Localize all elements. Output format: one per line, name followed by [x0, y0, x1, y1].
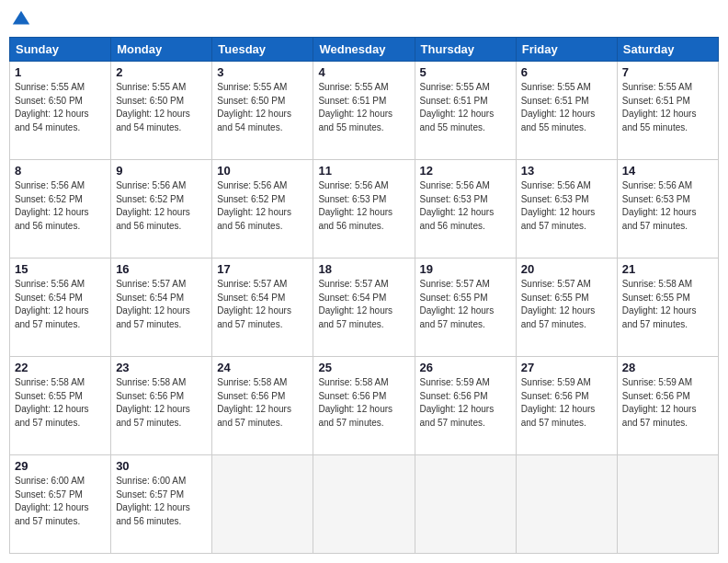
- calendar-day-22: 22Sunrise: 5:58 AMSunset: 6:55 PMDayligh…: [10, 357, 111, 455]
- calendar-day-empty: [212, 455, 313, 554]
- calendar-week-4: 22Sunrise: 5:58 AMSunset: 6:55 PMDayligh…: [10, 357, 719, 455]
- calendar-week-5: 29Sunrise: 6:00 AMSunset: 6:57 PMDayligh…: [10, 455, 719, 554]
- calendar-day-15: 15Sunrise: 5:56 AMSunset: 6:54 PMDayligh…: [10, 259, 111, 357]
- calendar-week-2: 8Sunrise: 5:56 AMSunset: 6:52 PMDaylight…: [10, 160, 719, 259]
- calendar-day-5: 5Sunrise: 5:55 AMSunset: 6:51 PMDaylight…: [415, 62, 516, 160]
- calendar-day-28: 28Sunrise: 5:59 AMSunset: 6:56 PMDayligh…: [617, 357, 718, 455]
- calendar-day-empty: [516, 455, 617, 554]
- calendar-day-12: 12Sunrise: 5:56 AMSunset: 6:53 PMDayligh…: [415, 160, 516, 259]
- calendar-dow-saturday: Saturday: [617, 38, 718, 62]
- calendar-day-25: 25Sunrise: 5:58 AMSunset: 6:56 PMDayligh…: [313, 357, 415, 455]
- calendar-day-6: 6Sunrise: 5:55 AMSunset: 6:51 PMDaylight…: [516, 62, 617, 160]
- calendar-day-7: 7Sunrise: 5:55 AMSunset: 6:51 PMDaylight…: [617, 62, 718, 160]
- calendar-dow-sunday: Sunday: [10, 38, 111, 62]
- calendar-dow-tuesday: Tuesday: [212, 38, 313, 62]
- calendar-day-1: 1Sunrise: 5:55 AMSunset: 6:50 PMDaylight…: [10, 62, 111, 160]
- calendar-dow-friday: Friday: [516, 38, 617, 62]
- calendar-header-row: SundayMondayTuesdayWednesdayThursdayFrid…: [10, 38, 719, 62]
- calendar-day-10: 10Sunrise: 5:56 AMSunset: 6:52 PMDayligh…: [212, 160, 313, 259]
- calendar-day-4: 4Sunrise: 5:55 AMSunset: 6:51 PMDaylight…: [313, 62, 415, 160]
- calendar-day-21: 21Sunrise: 5:58 AMSunset: 6:55 PMDayligh…: [617, 259, 718, 357]
- calendar-day-20: 20Sunrise: 5:57 AMSunset: 6:55 PMDayligh…: [516, 259, 617, 357]
- calendar-day-13: 13Sunrise: 5:56 AMSunset: 6:53 PMDayligh…: [516, 160, 617, 259]
- calendar-day-23: 23Sunrise: 5:58 AMSunset: 6:56 PMDayligh…: [111, 357, 212, 455]
- svg-marker-0: [13, 11, 29, 25]
- calendar-dow-monday: Monday: [111, 38, 212, 62]
- calendar-day-16: 16Sunrise: 5:57 AMSunset: 6:54 PMDayligh…: [111, 259, 212, 357]
- calendar-day-24: 24Sunrise: 5:58 AMSunset: 6:56 PMDayligh…: [212, 357, 313, 455]
- calendar-day-30: 30Sunrise: 6:00 AMSunset: 6:57 PMDayligh…: [111, 455, 212, 554]
- calendar-day-3: 3Sunrise: 5:55 AMSunset: 6:50 PMDaylight…: [212, 62, 313, 160]
- page: SundayMondayTuesdayWednesdayThursdayFrid…: [0, 0, 728, 563]
- calendar-day-17: 17Sunrise: 5:57 AMSunset: 6:54 PMDayligh…: [212, 259, 313, 357]
- calendar-day-empty: [617, 455, 718, 554]
- calendar-day-9: 9Sunrise: 5:56 AMSunset: 6:52 PMDaylight…: [111, 160, 212, 259]
- calendar-day-19: 19Sunrise: 5:57 AMSunset: 6:55 PMDayligh…: [415, 259, 516, 357]
- calendar-day-2: 2Sunrise: 5:55 AMSunset: 6:50 PMDaylight…: [111, 62, 212, 160]
- calendar-week-3: 15Sunrise: 5:56 AMSunset: 6:54 PMDayligh…: [10, 259, 719, 357]
- calendar-dow-thursday: Thursday: [415, 38, 516, 62]
- logo: [9, 9, 31, 29]
- calendar-day-26: 26Sunrise: 5:59 AMSunset: 6:56 PMDayligh…: [415, 357, 516, 455]
- calendar-week-1: 1Sunrise: 5:55 AMSunset: 6:50 PMDaylight…: [10, 62, 719, 160]
- calendar-day-27: 27Sunrise: 5:59 AMSunset: 6:56 PMDayligh…: [516, 357, 617, 455]
- calendar-day-14: 14Sunrise: 5:56 AMSunset: 6:53 PMDayligh…: [617, 160, 718, 259]
- calendar-day-18: 18Sunrise: 5:57 AMSunset: 6:54 PMDayligh…: [313, 259, 415, 357]
- calendar-table: SundayMondayTuesdayWednesdayThursdayFrid…: [9, 37, 719, 554]
- calendar-day-empty: [415, 455, 516, 554]
- calendar-day-29: 29Sunrise: 6:00 AMSunset: 6:57 PMDayligh…: [10, 455, 111, 554]
- logo-icon: [11, 9, 31, 29]
- calendar-day-empty: [313, 455, 415, 554]
- calendar-dow-wednesday: Wednesday: [313, 38, 415, 62]
- calendar-day-11: 11Sunrise: 5:56 AMSunset: 6:53 PMDayligh…: [313, 160, 415, 259]
- header: [9, 9, 719, 29]
- calendar-day-8: 8Sunrise: 5:56 AMSunset: 6:52 PMDaylight…: [10, 160, 111, 259]
